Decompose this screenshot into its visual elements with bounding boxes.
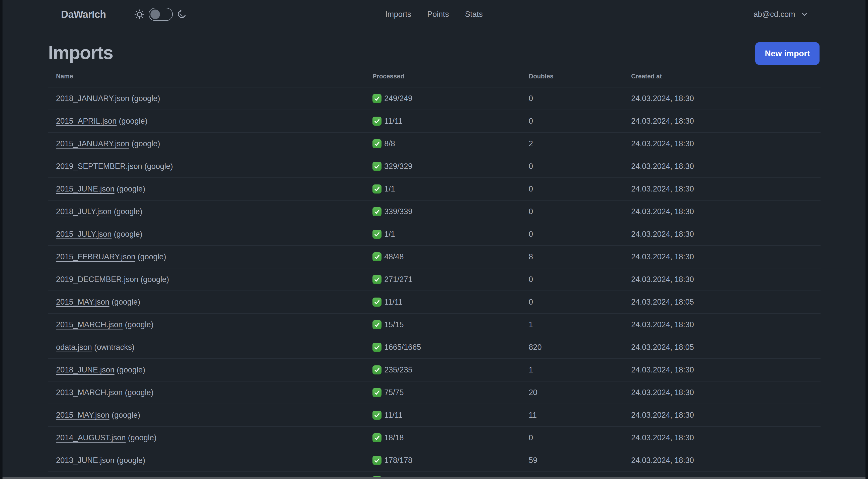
table-row: 2018_JUNE.json(google) 235/235 1 24.03.2… [48, 358, 820, 381]
import-source-label: (google) [112, 411, 141, 419]
processed-count: 339/339 [384, 207, 412, 216]
nav-link-stats[interactable]: Stats [465, 10, 483, 19]
import-source-label: (google) [117, 184, 146, 193]
import-file-link[interactable]: 2015_JULY.json [56, 230, 112, 239]
processed-count: 1/1 [384, 184, 395, 193]
table-row: 2015_FEBRUARY.json(google) 48/48 8 24.03… [48, 245, 820, 268]
theme-toggle[interactable] [134, 8, 187, 21]
check-emoji [372, 184, 381, 193]
table-header-row: Name Processed Doubles Created at [48, 65, 820, 87]
processed-cell: 48/48 [372, 252, 529, 261]
import-file-link[interactable]: 2015_MAY.json [56, 298, 110, 306]
import-source-label: (google) [125, 320, 153, 329]
table-row: odata.json(owntracks) 1665/1665 820 24.0… [48, 336, 820, 358]
import-file-link[interactable]: 2018_JANUARY.json [56, 94, 129, 103]
brand-logo[interactable]: DaWarIch [61, 9, 106, 20]
doubles-count: 11 [529, 411, 631, 420]
created-at-value: 24.03.2024, 18:30 [631, 162, 820, 171]
import-file-link[interactable]: 2015_FEBRUARY.json [56, 252, 135, 261]
new-import-button[interactable]: New import [755, 42, 819, 65]
column-header-created-at: Created at [631, 72, 820, 80]
table-row: 2019_SEPTEMBER.json(google) 329/329 0 24… [48, 155, 820, 177]
window-edge-right [866, 0, 868, 479]
check-emoji [372, 343, 381, 352]
check-emoji [372, 230, 381, 239]
doubles-count: 0 [529, 298, 631, 307]
column-header-name: Name [48, 72, 372, 80]
import-file-link[interactable]: 2014_AUGUST.json [56, 433, 126, 442]
import-source-label: (google) [141, 275, 169, 284]
processed-cell: 271/271 [372, 275, 529, 284]
import-file-link[interactable]: 2019_SEPTEMBER.json [56, 162, 142, 171]
check-emoji [372, 433, 381, 442]
doubles-count: 0 [529, 162, 631, 171]
created-at-value: 24.03.2024, 18:30 [631, 139, 820, 148]
doubles-count: 0 [529, 230, 631, 239]
import-file-link[interactable]: 2015_JUNE.json [56, 184, 115, 193]
processed-cell: 178/178 [372, 456, 529, 465]
import-file-link[interactable]: 2015_JANUARY.json [56, 139, 129, 148]
import-file-link[interactable]: 2015_MARCH.json [56, 320, 123, 329]
import-source-label: (google) [112, 298, 141, 306]
import-name-cell: 2019_SEPTEMBER.json(google) [48, 162, 372, 171]
import-name-cell: 2018_JUNE.json(google) [48, 365, 372, 375]
import-name-cell: 2013_MARCH.json(google) [48, 388, 372, 397]
table-row: 2019_DECEMBER.json(google) 271/271 0 24.… [48, 268, 820, 291]
import-source-label: (google) [125, 388, 153, 397]
created-at-value: 24.03.2024, 18:30 [631, 388, 820, 397]
doubles-count: 820 [529, 343, 631, 352]
import-source-label: (owntracks) [94, 343, 134, 352]
created-at-value: 24.03.2024, 18:30 [631, 275, 820, 284]
theme-switch[interactable] [149, 8, 173, 21]
nav-link-points[interactable]: Points [427, 10, 449, 19]
window-edge-left [0, 0, 2, 479]
moon-icon [177, 9, 187, 20]
created-at-value: 24.03.2024, 18:30 [631, 252, 820, 261]
processed-count: 249/249 [384, 94, 412, 103]
import-name-cell: 2018_JULY.json(google) [48, 207, 372, 216]
import-source-label: (google) [114, 207, 143, 216]
table-row: 2015_APRIL.json(google) 11/11 0 24.03.20… [48, 110, 820, 132]
processed-cell: 11/11 [372, 298, 529, 307]
table-row: 2015_MAY.json(google) 11/11 11 24.03.202… [48, 403, 820, 426]
check-emoji [372, 365, 381, 375]
check-emoji [372, 207, 381, 216]
table-row: 2018_JULY.json(google) 339/339 0 24.03.2… [48, 200, 820, 223]
import-file-link[interactable]: 2013_JUNE.json [56, 456, 115, 465]
table-row: 2015_JUNE.json(google) 1/1 0 24.03.2024,… [48, 177, 820, 200]
import-file-link[interactable]: 2015_MAY.json [56, 411, 110, 419]
check-emoji [372, 117, 381, 126]
import-file-link[interactable]: odata.json [56, 343, 92, 352]
import-file-link[interactable]: 2018_JULY.json [56, 207, 112, 216]
processed-cell: 11/11 [372, 117, 529, 126]
import-name-cell: 2018_JANUARY.json(google) [48, 94, 372, 103]
processed-cell: 1665/1665 [372, 343, 529, 352]
import-file-link[interactable]: 2018_JUNE.json [56, 365, 115, 374]
import-file-link[interactable]: 2015_APRIL.json [56, 117, 117, 125]
import-name-cell: 2013_JUNE.json(google) [48, 456, 372, 465]
horizontal-scrollbar[interactable] [0, 477, 868, 479]
user-menu[interactable]: ab@cd.com [753, 10, 808, 19]
import-name-cell: 2019_DECEMBER.json(google) [48, 275, 372, 284]
import-name-cell: 2015_MAY.json(google) [48, 411, 372, 420]
processed-count: 11/11 [384, 411, 403, 420]
created-at-value: 24.03.2024, 18:30 [631, 456, 820, 465]
import-file-link[interactable]: 2019_DECEMBER.json [56, 275, 138, 284]
processed-cell: 1/1 [372, 230, 529, 239]
table-row: 2015_MAY.json(google) 11/11 0 24.03.2024… [48, 291, 820, 313]
processed-count: 11/11 [384, 298, 403, 307]
doubles-count: 0 [529, 117, 631, 126]
table-body: 2018_JANUARY.json(google) 249/249 0 24.0… [48, 87, 820, 479]
nav-link-imports[interactable]: Imports [385, 10, 411, 19]
check-emoji [372, 94, 381, 103]
created-at-value: 24.03.2024, 18:30 [631, 365, 820, 375]
main-nav: Imports Points Stats [385, 10, 483, 19]
processed-cell: 329/329 [372, 162, 529, 171]
check-emoji [372, 139, 381, 148]
import-name-cell: 2015_FEBRUARY.json(google) [48, 252, 372, 261]
import-name-cell: 2015_APRIL.json(google) [48, 117, 372, 126]
import-file-link[interactable]: 2013_MARCH.json [56, 388, 123, 397]
check-emoji [372, 252, 381, 261]
table-row: 2013_JUNE.json(google) 178/178 59 24.03.… [48, 449, 820, 472]
import-name-cell: 2015_MAY.json(google) [48, 298, 372, 307]
